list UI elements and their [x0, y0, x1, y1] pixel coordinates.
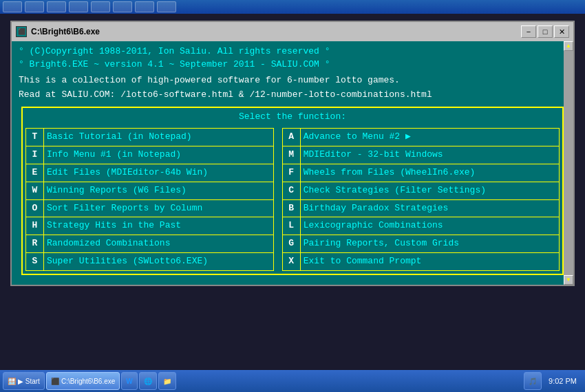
menu-row: T Basic Tutorial (in Notepad) A Advance …	[26, 129, 560, 146]
scroll-track[interactable]	[564, 51, 573, 275]
menu-label-left-6[interactable]: Randomized Combinations	[44, 235, 274, 253]
menu-row: E Edit Files (MDIEditor-64b Win) F Wheel…	[26, 164, 560, 182]
start-label: ▶ Start	[18, 378, 40, 385]
menu-key-left-7[interactable]: S	[26, 253, 44, 271]
title-bar: ⬛ C:\Bright6\B6.exe − □ ✕	[12, 22, 573, 41]
os-bar-button-2[interactable]	[25, 1, 44, 12]
menu-key-left-0[interactable]: T	[26, 129, 44, 146]
word-icon: W	[126, 378, 132, 385]
menu-key-left-5[interactable]: H	[26, 217, 44, 235]
media-icon: 🎵	[529, 378, 537, 385]
menu-key-right-6[interactable]: G	[282, 235, 300, 253]
menu-key-left-3[interactable]: W	[26, 182, 44, 199]
app-icon: ⬛	[51, 378, 59, 385]
info-line2: Read at SALIU.COM: /lotto6-software.html…	[19, 89, 566, 102]
scrollbar[interactable]: ▲ ▼	[564, 41, 573, 285]
menu-divider-2	[273, 164, 282, 182]
menu-key-left-4[interactable]: O	[26, 199, 44, 217]
info-line1: This is a collection of high-powered sof…	[19, 74, 566, 87]
copyright-line1: ° (C)Copyright 1988-2011, Ion Saliu. All…	[19, 45, 566, 58]
close-button[interactable]: ✕	[554, 25, 569, 38]
os-bar-button-7[interactable]	[135, 1, 154, 12]
os-bar-button-5[interactable]	[91, 1, 110, 12]
menu-row: R Randomized Combinations G Pairing Repo…	[26, 235, 560, 253]
menu-key-left-6[interactable]: R	[26, 235, 44, 253]
window-title: C:\Bright6\B6.exe	[31, 27, 517, 36]
menu-key-left-1[interactable]: I	[26, 146, 44, 164]
menu-divider-3	[273, 182, 282, 199]
menu-label-right-6[interactable]: Pairing Reports, Custom Grids	[300, 235, 559, 253]
os-bar-button-6[interactable]	[113, 1, 132, 12]
copyright-line2: ° Bright6.EXE ~ version 4.1 ~ September …	[19, 58, 566, 72]
menu-key-right-1[interactable]: M	[282, 146, 300, 164]
menu-label-left-7[interactable]: Super Utilities (SWLotto6.EXE)	[44, 253, 274, 271]
taskbar-word-button[interactable]: W	[121, 372, 137, 390]
taskbar: 🪟 ▶ Start ⬛ C:\Bright6\B6.exe W 🌐 📁 🎵 9:…	[0, 370, 585, 392]
title-bar-buttons: − □ ✕	[521, 25, 569, 38]
scroll-up-button[interactable]: ▲	[564, 41, 573, 51]
menu-label-left-0[interactable]: Basic Tutorial (in Notepad)	[44, 129, 274, 146]
menu-divider-4	[273, 199, 282, 217]
menu-key-left-2[interactable]: E	[26, 164, 44, 182]
os-top-bar	[0, 0, 585, 14]
folder-icon: 📁	[163, 378, 171, 385]
menu-row: W Winning Reports (W6 Files) C Check Str…	[26, 182, 560, 199]
menu-grid: T Basic Tutorial (in Notepad) A Advance …	[25, 128, 560, 271]
window-icon: ⬛	[16, 26, 27, 37]
menu-divider-7	[273, 253, 282, 271]
menu-key-right-5[interactable]: L	[282, 217, 300, 235]
maximize-button[interactable]: □	[538, 25, 553, 38]
menu-key-right-4[interactable]: B	[282, 199, 300, 217]
taskbar-folder-button[interactable]: 📁	[158, 372, 176, 390]
system-clock: 9:02 PM	[543, 377, 582, 385]
app-label: C:\Bright6\B6.exe	[61, 378, 115, 385]
menu-label-right-5[interactable]: Lexicographic Combinations	[300, 217, 559, 235]
menu-row: H Strategy Hits in the Past L Lexicograp…	[26, 217, 560, 235]
taskbar-media-button[interactable]: 🎵	[524, 372, 542, 390]
menu-key-right-3[interactable]: C	[282, 182, 300, 199]
menu-row: S Super Utilities (SWLotto6.EXE) X Exit …	[26, 253, 560, 271]
os-bar-button-8[interactable]	[157, 1, 176, 12]
ie-icon: 🌐	[144, 378, 152, 385]
menu-label-left-2[interactable]: Edit Files (MDIEditor-64b Win)	[44, 164, 274, 182]
os-bar-button-3[interactable]	[47, 1, 66, 12]
os-bar-button[interactable]	[3, 1, 22, 12]
menu-divider-1	[273, 146, 282, 164]
menu-title: Select the function:	[25, 111, 560, 124]
menu-key-right-7[interactable]: X	[282, 253, 300, 271]
taskbar-ie-button[interactable]: 🌐	[139, 372, 157, 390]
main-window: ⬛ C:\Bright6\B6.exe − □ ✕ ° (C)Copyright…	[10, 21, 575, 286]
menu-label-right-4[interactable]: Birthday Paradox Strategies	[300, 199, 559, 217]
start-icon: 🪟	[8, 378, 16, 385]
menu-label-left-4[interactable]: Sort Filter Reports by Column	[44, 199, 274, 217]
copyright-section: ° (C)Copyright 1988-2011, Ion Saliu. All…	[19, 45, 566, 72]
menu-key-right-0[interactable]: A	[282, 129, 300, 146]
menu-label-right-0[interactable]: Advance to Menu #2 ▶	[300, 129, 559, 146]
menu-label-right-1[interactable]: MDIEditor - 32-bit Windows	[300, 146, 559, 164]
terminal-body: ° (C)Copyright 1988-2011, Ion Saliu. All…	[12, 41, 573, 285]
menu-row: O Sort Filter Reports by Column B Birthd…	[26, 199, 560, 217]
menu-divider-0	[273, 129, 282, 146]
scroll-down-button[interactable]: ▼	[564, 275, 573, 285]
menu-divider-6	[273, 235, 282, 253]
menu-label-right-3[interactable]: Check Strategies (Filter Settings)	[300, 182, 559, 199]
menu-label-left-3[interactable]: Winning Reports (W6 Files)	[44, 182, 274, 199]
menu-key-right-2[interactable]: F	[282, 164, 300, 182]
menu-row: I Info Menu #1 (in Notepad) M MDIEditor …	[26, 146, 560, 164]
minimize-button[interactable]: −	[521, 25, 536, 38]
start-button[interactable]: 🪟 ▶ Start	[3, 372, 45, 390]
menu-label-right-2[interactable]: Wheels from Files (WheelIn6.exe)	[300, 164, 559, 182]
menu-label-left-1[interactable]: Info Menu #1 (in Notepad)	[44, 146, 274, 164]
menu-label-right-7[interactable]: Exit to Command Prompt	[300, 253, 559, 271]
os-bar-button-4[interactable]	[69, 1, 88, 12]
menu-label-left-5[interactable]: Strategy Hits in the Past	[44, 217, 274, 235]
menu-container: Select the function: T Basic Tutorial (i…	[21, 107, 564, 275]
taskbar-app-button[interactable]: ⬛ C:\Bright6\B6.exe	[46, 372, 120, 390]
menu-divider-5	[273, 217, 282, 235]
